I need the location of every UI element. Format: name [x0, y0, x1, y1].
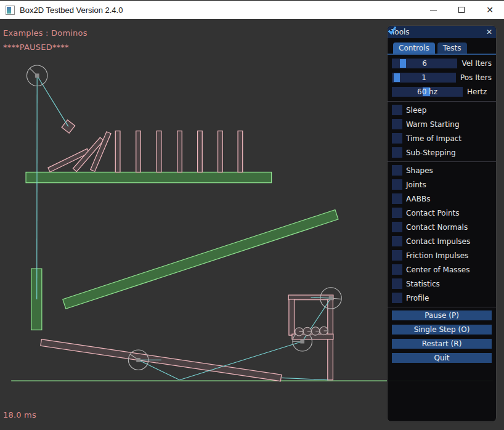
domino-upright-7: [238, 131, 243, 172]
slider-hertz[interactable]: 60 hz: [392, 87, 463, 97]
window-controls: ✕: [419, 1, 504, 19]
checkbox-row-sleep[interactable]: Sleep: [392, 105, 492, 115]
checkbox-row-center-of-masses[interactable]: Center of Masses: [392, 264, 492, 275]
titlebar[interactable]: Box2D Testbed Version 2.4.0 ✕: [0, 0, 504, 19]
checkbox-label: Joints: [406, 181, 426, 189]
checkbox-label: Statistics: [406, 280, 440, 288]
separator: [388, 307, 496, 307]
anchor-frame-top: [329, 296, 333, 301]
checkbox-label: AABBs: [406, 195, 430, 203]
slider-row-vel-iters: 6Vel Iters: [392, 59, 492, 68]
frame-left-post: [289, 299, 295, 335]
checkbox-row-profile[interactable]: Profile: [392, 293, 492, 303]
checkbox-label: Sleep: [406, 106, 426, 115]
maximize-icon: [458, 7, 465, 13]
checkbox-shapes[interactable]: [392, 165, 402, 176]
checkbox-aabbs[interactable]: [392, 193, 402, 204]
button-pause-p[interactable]: Pause (P): [392, 310, 492, 320]
checkbox-row-contact-points[interactable]: Contact Points: [392, 208, 492, 218]
checkbox-label: Profile: [406, 294, 429, 302]
tab-bar: ControlsTests: [393, 43, 496, 54]
tab-controls[interactable]: Controls: [393, 43, 435, 54]
checkbox-row-contact-normals[interactable]: Contact Normals: [392, 222, 492, 232]
checkbox-contact-normals[interactable]: [392, 222, 402, 232]
domino-upright-6: [218, 131, 223, 172]
domino-upright-1: [115, 131, 120, 172]
checkbox-row-joints[interactable]: Joints: [392, 179, 492, 190]
frame-time-label: 18.0 ms: [3, 410, 36, 420]
domino-upright-3: [156, 131, 161, 172]
tab-tests[interactable]: Tests: [437, 43, 467, 54]
checkbox-row-aabbs[interactable]: AABBs: [392, 193, 492, 204]
separator: [388, 161, 496, 162]
anchor-pendulum: [35, 73, 39, 78]
slider-row-pos-iters: 1Pos Iters: [392, 73, 492, 83]
domino-upright-5: [198, 131, 203, 172]
minimize-button[interactable]: [419, 1, 447, 19]
checkbox-row-sub-stepping[interactable]: Sub-Stepping: [392, 147, 492, 158]
tools-panel: Tools ✕ ControlsTests 6Vel Iters1Pos Ite…: [387, 25, 497, 422]
checkbox-row-shapes[interactable]: Shapes: [392, 165, 492, 176]
minimize-icon: [430, 10, 437, 10]
checkbox-label: Sub-Stepping: [406, 148, 456, 157]
tools-panel-body: 6Vel Iters1Pos Iters60 hzHertz SleepWarm…: [388, 55, 496, 363]
window-title: Box2D Testbed Version 2.4.0: [20, 6, 123, 15]
checkmark-icon: [388, 26, 397, 35]
anchor-frame-mid: [300, 339, 304, 344]
checkbox-sub-stepping[interactable]: [392, 147, 402, 158]
paused-label: ****PAUSED****: [3, 43, 69, 52]
checkbox-row-statistics[interactable]: Statistics: [392, 278, 492, 289]
checkbox-label: Contact Points: [406, 209, 460, 217]
slider-value: 1: [392, 73, 456, 83]
checkbox-label: Warm Starting: [406, 120, 460, 129]
joint-plank-end-to-post: [282, 378, 328, 379]
checkbox-row-time-of-impact[interactable]: Time of Impact: [392, 133, 492, 144]
checkbox-label: Center of Masses: [406, 266, 469, 274]
checkbox-label: Time of Impact: [406, 134, 461, 143]
example-label: Examples : Dominos: [3, 28, 87, 38]
physics-canvas[interactable]: Examples : Dominos ****PAUSED**** 18.0 m…: [0, 19, 504, 430]
checkbox-label: Friction Impulses: [406, 251, 468, 260]
checkbox-center-of-masses[interactable]: [392, 264, 402, 275]
checkbox-label: Contact Normals: [406, 223, 468, 232]
app-window: Box2D Testbed Version 2.4.0 ✕ Examples :…: [0, 0, 504, 430]
slider-vel-iters[interactable]: 6: [392, 59, 457, 68]
long-ramp: [63, 209, 338, 309]
maximize-button[interactable]: [447, 1, 476, 19]
slider-label: Pos Iters: [460, 73, 492, 82]
domino-upright-4: [177, 131, 182, 172]
checkbox-time-of-impact[interactable]: [392, 133, 402, 144]
slider-row-hertz: 60 hzHertz: [392, 87, 492, 97]
checkbox-sleep[interactable]: [392, 105, 402, 115]
checkbox-joints[interactable]: [392, 179, 402, 190]
tools-panel-header[interactable]: Tools ✕: [388, 26, 496, 38]
checkbox-row-warm-starting[interactable]: Warm Starting: [392, 119, 492, 129]
checkbox-contact-points[interactable]: [392, 208, 402, 218]
checkbox-label: Contact Impulses: [406, 237, 470, 246]
checkbox-warm-starting[interactable]: [392, 119, 402, 129]
checkbox-profile[interactable]: [392, 293, 402, 303]
panel-close-icon[interactable]: ✕: [486, 28, 492, 36]
button-single-step-o[interactable]: Single Step (O): [392, 325, 492, 335]
button-restart-r[interactable]: Restart (R): [392, 339, 492, 349]
slider-pos-iters[interactable]: 1: [392, 73, 456, 83]
separator: [388, 101, 496, 102]
slider-label: Vel Iters: [461, 59, 492, 68]
joint-pendulum-to-bob: [37, 76, 68, 127]
anchor-plank: [136, 358, 140, 362]
checkbox-friction-impulses[interactable]: [392, 250, 402, 261]
frame-top-beam: [288, 295, 333, 300]
checkbox-row-friction-impulses[interactable]: Friction Impulses: [392, 250, 492, 261]
dominos-platform: [26, 172, 271, 182]
button-quit[interactable]: Quit: [392, 353, 492, 363]
checkbox-row-contact-impulses[interactable]: Contact Impulses: [392, 236, 492, 246]
domino-upright-2: [136, 131, 141, 172]
slider-value: 60 hz: [392, 87, 463, 97]
slider-label: Hertz: [467, 87, 487, 96]
app-icon: [6, 6, 15, 15]
checkbox-contact-impulses[interactable]: [392, 236, 402, 246]
close-icon: ✕: [486, 6, 494, 14]
checkbox-statistics[interactable]: [392, 278, 402, 289]
close-button[interactable]: ✕: [476, 1, 504, 19]
slider-value: 6: [392, 59, 457, 68]
